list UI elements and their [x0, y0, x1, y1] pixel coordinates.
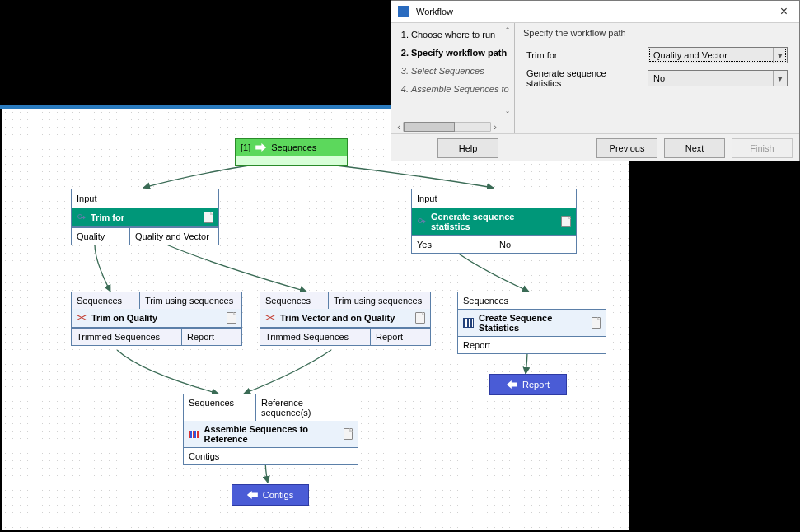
page-icon — [204, 212, 213, 223]
outport-report[interactable]: Report — [182, 329, 241, 345]
finish-button: Finish — [732, 138, 793, 158]
h-scroll[interactable]: ‹› — [395, 122, 499, 132]
task-assemble-to-reference[interactable]: Sequences Reference sequence(s) Assemble… — [183, 394, 358, 465]
combo-value: Quality and Vector — [648, 50, 773, 60]
inport-reference[interactable]: Reference sequence(s) — [256, 394, 358, 421]
branch-title: Trim for — [91, 212, 124, 222]
page-icon — [561, 216, 571, 227]
wizard-form: Specify the workflow path Trim for Quali… — [515, 23, 799, 133]
close-icon[interactable]: × — [775, 4, 793, 19]
wizard-steps-panel: ˆˇ Choose where to run Specify workflow … — [391, 23, 515, 133]
option-quality-vector[interactable]: Quality and Vector — [130, 228, 218, 245]
inport-sequences[interactable]: Sequences — [72, 292, 140, 309]
output-contigs[interactable]: Contigs — [232, 484, 309, 506]
scissors-icon — [265, 313, 275, 323]
port-input-label: Input — [417, 194, 437, 203]
arrow-left-icon — [507, 380, 517, 389]
chevron-down-icon[interactable]: ▾ — [773, 71, 787, 86]
help-button[interactable]: Help — [437, 138, 498, 158]
branch-icon — [417, 217, 426, 226]
app-logo-icon — [398, 6, 409, 17]
inport-trim-using[interactable]: Trim using sequences — [140, 292, 241, 309]
workflow-canvas[interactable]: [1] Sequences Input Trim for Quality Qua… — [2, 109, 629, 530]
field-label-trim-for: Trim for — [523, 44, 644, 66]
inport-trim-using[interactable]: Trim using sequences — [329, 292, 430, 309]
start-footer — [236, 156, 347, 165]
start-label: Sequences — [271, 142, 316, 152]
start-index: [1] — [241, 142, 250, 152]
wizard-step-1[interactable]: Choose where to run — [411, 30, 511, 40]
chevron-down-icon[interactable]: ▾ — [773, 48, 787, 63]
inport-sequences[interactable]: Sequences — [458, 292, 606, 310]
topbar — [0, 0, 391, 105]
wizard-buttons: Help Previous Next Finish — [391, 133, 799, 162]
wizard-step-3[interactable]: Select Sequences — [411, 66, 511, 76]
wizard-dialog: Workflow × ˆˇ Choose where to run Specif… — [391, 0, 800, 161]
bars-icon — [463, 318, 474, 328]
outport-trimmed[interactable]: Trimmed Sequences — [72, 329, 182, 345]
page-icon — [415, 312, 425, 324]
combo-value: No — [648, 73, 773, 83]
branch-node-statistics[interactable]: Input Generate sequence statistics Yes N… — [411, 189, 577, 254]
wizard-step-4[interactable]: Assemble Sequences to — [411, 84, 511, 94]
task-title: Create Sequence Statistics — [479, 313, 587, 333]
output-label: Contigs — [263, 490, 293, 500]
option-no[interactable]: No — [494, 236, 576, 253]
page-icon — [227, 312, 236, 324]
wizard-title: Workflow — [416, 7, 453, 16]
arrow-left-icon — [247, 491, 258, 499]
start-node[interactable]: [1] Sequences — [235, 138, 348, 166]
port-input-label: Input — [77, 194, 96, 203]
inport-sequences[interactable]: Sequences — [184, 394, 256, 421]
app-stage: [1] Sequences Input Trim for Quality Qua… — [0, 0, 800, 532]
outport-contigs[interactable]: Contigs — [184, 448, 358, 464]
field-label-gen-stats: Generate sequence statistics — [523, 66, 644, 91]
outport-trimmed[interactable]: Trimmed Sequences — [260, 329, 371, 345]
task-title: Trim on Quality — [91, 313, 157, 323]
page-icon — [344, 428, 353, 440]
outport-report[interactable]: Report — [458, 337, 606, 353]
previous-button[interactable]: Previous — [596, 138, 657, 158]
scissors-icon — [77, 313, 87, 323]
v-scroll[interactable]: ˆˇ — [503, 26, 512, 120]
page-icon — [592, 317, 601, 329]
task-title: Assemble Sequences to Reference — [204, 424, 339, 444]
arrow-right-icon — [255, 143, 266, 152]
branch-title: Generate sequence statistics — [431, 212, 556, 231]
combo-gen-stats[interactable]: No ▾ — [648, 70, 788, 86]
assemble-icon — [189, 431, 199, 438]
branch-icon — [77, 213, 86, 222]
task-trim-quality[interactable]: Sequences Trim using sequences Trim on Q… — [71, 292, 242, 346]
form-title: Specify the workflow path — [523, 28, 791, 38]
outport-report[interactable]: Report — [371, 329, 430, 345]
combo-trim-for[interactable]: Quality and Vector ▾ — [648, 47, 788, 63]
output-report[interactable]: Report — [489, 374, 567, 395]
task-title: Trim Vector and on Quality — [280, 313, 395, 323]
task-create-statistics[interactable]: Sequences Create Sequence Statistics Rep… — [457, 292, 606, 354]
rightbar — [631, 161, 800, 532]
wizard-step-2[interactable]: Specify workflow path — [411, 48, 511, 58]
branch-node-trim-for[interactable]: Input Trim for Quality Quality and Vecto… — [71, 189, 219, 245]
option-quality[interactable]: Quality — [72, 228, 130, 245]
inport-sequences[interactable]: Sequences — [260, 292, 329, 309]
output-label: Report — [522, 380, 550, 390]
next-button[interactable]: Next — [664, 138, 725, 158]
task-trim-vector-quality[interactable]: Sequences Trim using sequences Trim Vect… — [260, 292, 431, 346]
option-yes[interactable]: Yes — [412, 236, 494, 253]
wizard-titlebar[interactable]: Workflow × — [391, 1, 799, 23]
